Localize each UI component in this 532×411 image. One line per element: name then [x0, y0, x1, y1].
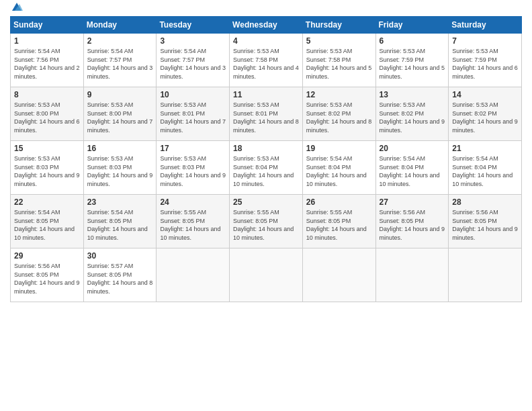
- calendar-cell: 20Sunrise: 5:54 AMSunset: 8:04 PMDayligh…: [375, 141, 449, 195]
- day-info: Sunrise: 5:55 AMSunset: 8:05 PMDaylight:…: [306, 209, 367, 241]
- day-info: Sunrise: 5:53 AMSunset: 8:03 PMDaylight:…: [160, 155, 226, 187]
- day-number: 16: [87, 144, 153, 153]
- day-number: 27: [380, 197, 445, 207]
- day-info: Sunrise: 5:53 AMSunset: 8:00 PMDaylight:…: [14, 101, 80, 134]
- day-number: 24: [160, 197, 226, 207]
- calendar-cell: 10Sunrise: 5:53 AMSunset: 8:01 PMDayligh…: [157, 87, 230, 141]
- calendar-cell: 16Sunrise: 5:53 AMSunset: 8:03 PMDayligh…: [83, 141, 157, 195]
- calendar-cell: 2Sunrise: 5:54 AMSunset: 7:57 PMDaylight…: [83, 34, 157, 87]
- day-info: Sunrise: 5:53 AMSunset: 8:00 PMDaylight:…: [87, 101, 153, 134]
- weekday-header-sunday: Sunday: [11, 17, 84, 34]
- day-info: Sunrise: 5:54 AMSunset: 7:57 PMDaylight:…: [87, 48, 153, 80]
- day-number: 28: [452, 197, 518, 207]
- weekday-header-wednesday: Wednesday: [230, 17, 303, 34]
- day-number: 3: [160, 36, 226, 46]
- day-number: 14: [452, 90, 518, 99]
- calendar-cell: 17Sunrise: 5:53 AMSunset: 8:03 PMDayligh…: [157, 141, 230, 195]
- day-number: 6: [380, 36, 445, 46]
- day-number: 12: [306, 90, 372, 99]
- calendar-cell: 21Sunrise: 5:54 AMSunset: 8:04 PMDayligh…: [449, 141, 522, 195]
- day-info: Sunrise: 5:53 AMSunset: 8:02 PMDaylight:…: [452, 101, 518, 134]
- weekday-header-saturday: Saturday: [449, 17, 522, 34]
- day-number: 22: [14, 197, 80, 207]
- calendar-cell: 7Sunrise: 5:53 AMSunset: 7:59 PMDaylight…: [449, 34, 522, 87]
- day-info: Sunrise: 5:54 AMSunset: 8:04 PMDaylight:…: [306, 155, 367, 187]
- day-info: Sunrise: 5:54 AMSunset: 8:05 PMDaylight:…: [87, 209, 148, 241]
- day-number: 15: [14, 144, 80, 153]
- day-info: Sunrise: 5:53 AMSunset: 8:03 PMDaylight:…: [87, 155, 153, 187]
- day-number: 19: [306, 144, 372, 153]
- day-number: 1: [14, 36, 80, 46]
- calendar-cell: [375, 248, 449, 302]
- weekday-header-friday: Friday: [375, 17, 449, 34]
- header-area: [10, 7, 522, 11]
- calendar-cell: 26Sunrise: 5:55 AMSunset: 8:05 PMDayligh…: [302, 195, 375, 248]
- calendar-cell: 9Sunrise: 5:53 AMSunset: 8:00 PMDaylight…: [83, 87, 157, 141]
- calendar-cell: 18Sunrise: 5:53 AMSunset: 8:04 PMDayligh…: [230, 141, 303, 195]
- day-info: Sunrise: 5:55 AMSunset: 8:05 PMDaylight:…: [233, 209, 294, 241]
- calendar-cell: 30Sunrise: 5:57 AMSunset: 8:05 PMDayligh…: [83, 248, 157, 302]
- calendar-cell: [302, 248, 375, 302]
- day-info: Sunrise: 5:53 AMSunset: 8:01 PMDaylight:…: [233, 101, 299, 134]
- day-number: 2: [87, 36, 153, 46]
- calendar-cell: 11Sunrise: 5:53 AMSunset: 8:01 PMDayligh…: [230, 87, 303, 141]
- calendar-cell: 28Sunrise: 5:56 AMSunset: 8:05 PMDayligh…: [449, 195, 522, 248]
- day-number: 29: [14, 251, 80, 261]
- day-info: Sunrise: 5:54 AMSunset: 8:04 PMDaylight:…: [452, 155, 513, 187]
- calendar-cell: 12Sunrise: 5:53 AMSunset: 8:02 PMDayligh…: [302, 87, 375, 141]
- calendar-cell: 1Sunrise: 5:54 AMSunset: 7:56 PMDaylight…: [11, 34, 84, 87]
- calendar-cell: 4Sunrise: 5:53 AMSunset: 7:58 PMDaylight…: [230, 34, 303, 87]
- calendar-cell: 27Sunrise: 5:56 AMSunset: 8:05 PMDayligh…: [375, 195, 449, 248]
- day-info: Sunrise: 5:53 AMSunset: 7:59 PMDaylight:…: [380, 48, 445, 80]
- calendar-cell: 25Sunrise: 5:55 AMSunset: 8:05 PMDayligh…: [230, 195, 303, 248]
- day-info: Sunrise: 5:53 AMSunset: 8:04 PMDaylight:…: [233, 155, 294, 187]
- day-number: 25: [233, 197, 299, 207]
- day-info: Sunrise: 5:53 AMSunset: 8:03 PMDaylight:…: [14, 155, 80, 187]
- day-info: Sunrise: 5:57 AMSunset: 8:05 PMDaylight:…: [87, 263, 153, 295]
- day-number: 13: [380, 90, 445, 99]
- day-info: Sunrise: 5:53 AMSunset: 7:59 PMDaylight:…: [452, 48, 518, 80]
- day-info: Sunrise: 5:54 AMSunset: 7:57 PMDaylight:…: [160, 48, 226, 80]
- calendar-cell: [157, 248, 230, 302]
- calendar-page: SundayMondayTuesdayWednesdayThursdayFrid…: [0, 0, 532, 411]
- day-number: 17: [160, 144, 226, 153]
- day-number: 10: [160, 90, 226, 99]
- day-number: 11: [233, 90, 299, 99]
- weekday-header-thursday: Thursday: [302, 17, 375, 34]
- day-info: Sunrise: 5:53 AMSunset: 7:58 PMDaylight:…: [306, 48, 372, 80]
- day-info: Sunrise: 5:54 AMSunset: 8:05 PMDaylight:…: [14, 209, 75, 241]
- calendar-cell: 5Sunrise: 5:53 AMSunset: 7:58 PMDaylight…: [302, 34, 375, 87]
- calendar-cell: 3Sunrise: 5:54 AMSunset: 7:57 PMDaylight…: [157, 34, 230, 87]
- calendar-cell: [449, 248, 522, 302]
- day-number: 30: [87, 251, 153, 261]
- day-number: 5: [306, 36, 372, 46]
- calendar-cell: 14Sunrise: 5:53 AMSunset: 8:02 PMDayligh…: [449, 87, 522, 141]
- day-info: Sunrise: 5:53 AMSunset: 8:01 PMDaylight:…: [160, 101, 226, 134]
- day-number: 7: [452, 36, 518, 46]
- weekday-header-tuesday: Tuesday: [157, 17, 230, 34]
- day-info: Sunrise: 5:56 AMSunset: 8:05 PMDaylight:…: [380, 209, 445, 241]
- day-info: Sunrise: 5:53 AMSunset: 8:02 PMDaylight:…: [306, 101, 372, 134]
- weekday-header-monday: Monday: [83, 17, 157, 34]
- day-info: Sunrise: 5:56 AMSunset: 8:05 PMDaylight:…: [452, 209, 518, 241]
- calendar-table: SundayMondayTuesdayWednesdayThursdayFrid…: [10, 16, 522, 302]
- day-info: Sunrise: 5:55 AMSunset: 8:05 PMDaylight:…: [160, 209, 220, 241]
- logo-icon: [11, 1, 23, 13]
- calendar-cell: 22Sunrise: 5:54 AMSunset: 8:05 PMDayligh…: [11, 195, 84, 248]
- day-number: 4: [233, 36, 299, 46]
- calendar-cell: 6Sunrise: 5:53 AMSunset: 7:59 PMDaylight…: [375, 34, 449, 87]
- day-info: Sunrise: 5:53 AMSunset: 7:58 PMDaylight:…: [233, 48, 299, 80]
- day-info: Sunrise: 5:56 AMSunset: 8:05 PMDaylight:…: [14, 263, 80, 295]
- day-number: 20: [380, 144, 445, 153]
- calendar-cell: 24Sunrise: 5:55 AMSunset: 8:05 PMDayligh…: [157, 195, 230, 248]
- day-number: 23: [87, 197, 153, 207]
- day-number: 8: [14, 90, 80, 99]
- calendar-cell: [230, 248, 303, 302]
- calendar-cell: 19Sunrise: 5:54 AMSunset: 8:04 PMDayligh…: [302, 141, 375, 195]
- day-number: 26: [306, 197, 372, 207]
- calendar-cell: 8Sunrise: 5:53 AMSunset: 8:00 PMDaylight…: [11, 87, 84, 141]
- logo: [10, 7, 23, 11]
- day-info: Sunrise: 5:54 AMSunset: 7:56 PMDaylight:…: [14, 48, 80, 80]
- calendar-cell: 23Sunrise: 5:54 AMSunset: 8:05 PMDayligh…: [83, 195, 157, 248]
- calendar-cell: 15Sunrise: 5:53 AMSunset: 8:03 PMDayligh…: [11, 141, 84, 195]
